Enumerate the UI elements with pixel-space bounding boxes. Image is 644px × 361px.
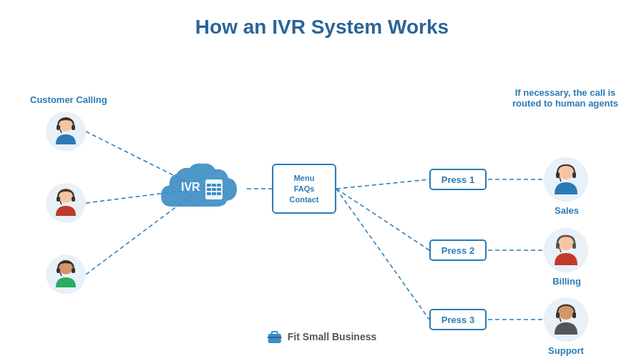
caller-2-avatar [46,183,86,223]
agent-3-avatar [544,297,588,342]
svg-text:IVR: IVR [181,181,200,193]
svg-rect-18 [72,197,75,202]
press-3-label: Press 3 [441,315,474,325]
svg-rect-13 [72,125,75,130]
press-2-button[interactable]: Press 2 [429,239,487,261]
briefcase-icon [268,329,282,345]
svg-rect-48 [556,312,560,318]
routing-label: If necessary, the call is routed to huma… [508,87,623,109]
page-title: How an IVR System Works [0,0,644,39]
menu-label-menu: Menu [294,173,315,183]
caller-3-avatar [46,254,86,295]
caller-1-avatar [46,112,86,152]
press-3-button[interactable]: Press 3 [429,309,487,330]
svg-rect-39 [572,172,576,178]
svg-rect-27 [207,184,211,187]
menu-box: Menu FAQs Contact [272,164,336,214]
svg-rect-31 [212,188,216,191]
svg-rect-33 [207,192,211,195]
press-1-button[interactable]: Press 1 [429,169,487,190]
svg-rect-17 [57,197,60,202]
svg-rect-43 [556,243,560,249]
svg-rect-28 [212,184,216,187]
agent-1-label: Sales [545,205,588,216]
svg-rect-12 [57,125,60,130]
customer-calling-label: Customer Calling [30,94,107,105]
press-1-label: Press 1 [441,174,474,185]
agent-2-avatar [544,228,588,272]
svg-line-4 [336,179,429,189]
svg-rect-52 [272,332,278,335]
menu-label-contact: Contact [290,194,319,204]
svg-line-5 [336,189,429,250]
svg-rect-23 [72,268,75,273]
agent-3-label: Support [544,345,588,356]
press-2-label: Press 2 [441,245,474,256]
svg-rect-32 [217,188,221,191]
svg-rect-34 [212,192,216,195]
ivr-cloud: IVR [154,157,247,221]
svg-rect-44 [572,243,576,249]
svg-rect-29 [217,184,221,187]
menu-label-faqs: FAQs [294,184,315,194]
agent-1-avatar [544,157,588,202]
svg-line-6 [336,189,429,320]
agent-2-label: Billing [545,276,588,287]
svg-rect-53 [268,337,282,338]
svg-rect-38 [556,172,560,178]
svg-rect-49 [572,312,576,318]
svg-rect-30 [207,188,211,191]
footer-text: Fit Small Business [288,331,376,342]
svg-rect-22 [57,268,60,273]
svg-rect-35 [217,192,221,195]
footer: Fit Small Business [268,329,376,345]
diagram-area: Customer Calling If necessary, the call … [0,46,644,353]
